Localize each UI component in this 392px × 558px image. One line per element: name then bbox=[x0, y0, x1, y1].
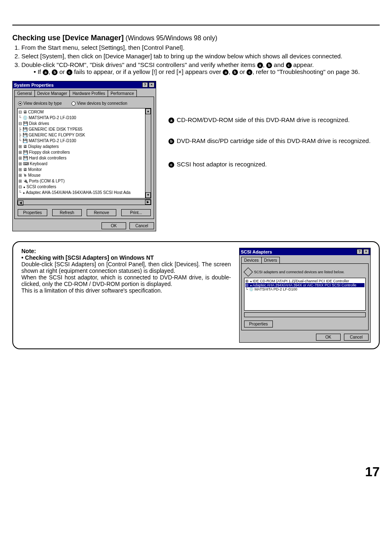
window-title: System Properties bbox=[14, 83, 54, 88]
page-number: 17 bbox=[12, 464, 380, 480]
tree-item[interactable]: ⊞ 🖥 Monitor bbox=[18, 167, 150, 173]
close-icon[interactable]: × bbox=[363, 249, 369, 254]
note-subheading: • Checking with [SCSI Adapters] on Windo… bbox=[21, 254, 231, 261]
step-1: From the Start menu, select [Settings], … bbox=[21, 44, 380, 51]
help-icon[interactable]: ? bbox=[357, 249, 362, 254]
tree-item[interactable]: └ 💾 MATSHITA PD-2 LF-D100 bbox=[18, 138, 150, 144]
tab-hardware-profiles[interactable]: Hardware Profiles bbox=[69, 90, 108, 97]
tree-item[interactable]: ⊟ ⬥ SCSI controllers bbox=[18, 184, 150, 190]
scroll-down-icon[interactable]: ▼ bbox=[145, 192, 151, 198]
tree-item[interactable]: ⊞ ⌨ Keyboard bbox=[18, 161, 150, 167]
scrollbar-horizontal[interactable] bbox=[244, 312, 366, 317]
tree-item[interactable]: ├ 💾 GENERIC NEC FLOPPY DISK bbox=[18, 132, 150, 138]
diamond-icon bbox=[244, 267, 253, 277]
tab-general[interactable]: General bbox=[14, 90, 35, 97]
list-item[interactable]: ⊞ ⬥ IDE CD-ROM (ATAPI 1.2)/Dual-channel … bbox=[245, 279, 364, 283]
radio-dot-icon bbox=[71, 101, 76, 106]
scsi-adapters-window: SCSI Adapters ? × Devices Drivers SCSI a… bbox=[239, 248, 371, 343]
cancel-button[interactable]: Cancel bbox=[344, 334, 369, 341]
print-button[interactable]: Print... bbox=[121, 209, 151, 216]
window-title: SCSI Adapters bbox=[241, 249, 272, 254]
remove-button[interactable]: Remove bbox=[87, 209, 116, 216]
heading-subtitle: (Windows 95/Windows 98 only) bbox=[126, 35, 217, 42]
tab-devices[interactable]: Devices bbox=[241, 257, 262, 263]
tree-item[interactable]: ⊞ 💾 Hard disk controllers bbox=[18, 155, 150, 161]
tree-item[interactable]: └ 💿 MATSHITA PD-2 LF-D100 bbox=[18, 115, 150, 121]
properties-button[interactable]: Properties bbox=[18, 209, 47, 216]
note-text: This is a limitation of this driver soft… bbox=[21, 287, 231, 294]
tree-item[interactable]: ⊟ 🖥 CDROM bbox=[18, 109, 150, 115]
info-message: SCSI adapters and connected devices are … bbox=[245, 269, 365, 275]
tree-item[interactable]: ⊞ 🖥 Display adapters bbox=[18, 144, 150, 150]
radio-view-by-type[interactable]: View devices by type bbox=[18, 101, 62, 106]
tree-item[interactable]: ├ 💾 GENERIC IDE DISK TYPE65 bbox=[18, 127, 150, 132]
heading-title: Checking use [Device Manager] bbox=[12, 34, 124, 42]
refresh-button[interactable]: Refresh bbox=[52, 209, 82, 216]
scrollbar-vertical[interactable]: ▲ ▼ bbox=[145, 108, 151, 198]
note-text: When the SCSI host adaptor, which is con… bbox=[21, 274, 231, 287]
note-heading: Note: bbox=[21, 248, 231, 254]
ok-button[interactable]: OK bbox=[101, 222, 126, 229]
tree-item[interactable]: ⊟ 💾 Disk drives bbox=[18, 121, 150, 127]
annotation-a: aCD-ROM/DVD-ROM side of this DVD-RAM dri… bbox=[168, 116, 380, 123]
list-item[interactable]: └ 💿 MATSHITA PD-2 LF-D100 bbox=[245, 287, 364, 291]
close-icon[interactable]: × bbox=[149, 82, 154, 88]
step-3: Double-click "CD-ROM", "Disk drives" and… bbox=[21, 61, 380, 75]
scrollbar-horizontal[interactable]: ◀ ▶ bbox=[17, 199, 151, 205]
section-heading: Checking use [Device Manager] (Windows 9… bbox=[12, 34, 380, 42]
radio-view-by-connection[interactable]: View devices by connection bbox=[71, 101, 127, 106]
help-icon[interactable]: ? bbox=[142, 82, 148, 88]
list-item-selected[interactable]: ⊟ ⬥ Adaptec AHA 294X/AHA 394X or AIC-78X… bbox=[245, 283, 364, 287]
tab-strip: General Device Manager Hardware Profiles… bbox=[13, 88, 156, 97]
tab-performance[interactable]: Performance bbox=[108, 90, 137, 97]
scroll-left-icon[interactable]: ◀ bbox=[18, 201, 23, 205]
scroll-right-icon[interactable]: ▶ bbox=[145, 200, 151, 205]
annotations: aCD-ROM/DVD-ROM side of this DVD-RAM dri… bbox=[168, 81, 380, 182]
tree-item[interactable]: ⊞ 💾 Floppy disk controllers bbox=[18, 150, 150, 155]
tree-item[interactable]: └ ⬥ Adaptec AHA-154X/AHA-164X/AHA-1535 S… bbox=[18, 190, 150, 196]
tab-device-manager[interactable]: Device Manager bbox=[35, 90, 70, 97]
badge-a-icon: a bbox=[257, 62, 263, 68]
step-3-sub: • If a, b or c fails to appear, or if a … bbox=[34, 68, 380, 75]
note-text: Double-click [SCSI Adapters] on [Control… bbox=[21, 261, 231, 274]
adapter-list[interactable]: ⊞ ⬥ IDE CD-ROM (ATAPI 1.2)/Dual-channel … bbox=[244, 278, 366, 311]
steps-list: From the Start menu, select [Settings], … bbox=[12, 44, 380, 75]
properties-button[interactable]: Properties bbox=[244, 321, 273, 327]
device-tree[interactable]: ⊟ 🖥 CDROM └ 💿 MATSHITA PD-2 LF-D100 ⊟ 💾 … bbox=[17, 108, 151, 198]
titlebar: System Properties ? × bbox=[13, 81, 156, 88]
badge-c-icon: c bbox=[286, 62, 292, 68]
step-2: Select [System], then click on [Device M… bbox=[21, 53, 380, 60]
tree-item[interactable]: ⊞ 🔌 Ports (COM & LPT) bbox=[18, 178, 150, 184]
tab-drivers[interactable]: Drivers bbox=[261, 257, 280, 263]
titlebar: SCSI Adapters ? × bbox=[240, 248, 370, 255]
tree-item[interactable]: ⊞ 🖱 Mouse bbox=[18, 173, 150, 178]
cancel-button[interactable]: Cancel bbox=[129, 222, 154, 229]
scroll-up-icon[interactable]: ▲ bbox=[145, 108, 151, 114]
system-properties-window: System Properties ? × General Device Man… bbox=[12, 81, 156, 231]
annotation-c: cSCSI host adaptor is recognized. bbox=[168, 161, 380, 168]
ok-button[interactable]: OK bbox=[316, 334, 341, 341]
badge-b-icon: b bbox=[266, 62, 272, 68]
radio-dot-icon bbox=[18, 101, 22, 106]
note-box: Note: • Checking with [SCSI Adapters] on… bbox=[12, 241, 380, 349]
annotation-b: bDVD-RAM disc/PD cartridge side of this … bbox=[168, 137, 380, 144]
